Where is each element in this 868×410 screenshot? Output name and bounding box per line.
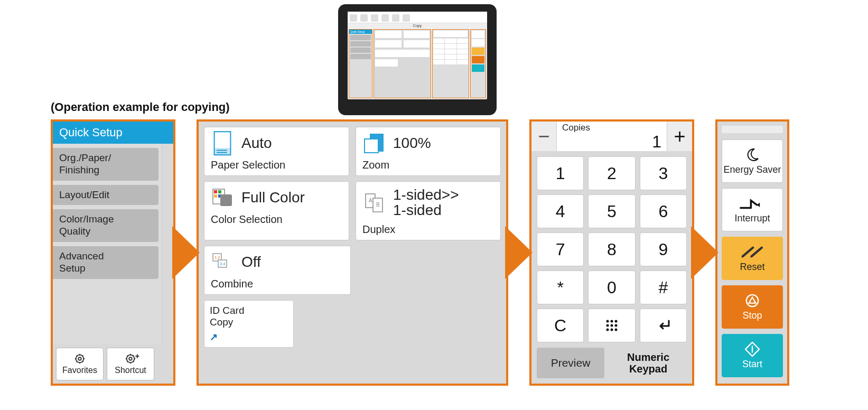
- energy-saver-button[interactable]: Energy Saver: [722, 139, 783, 183]
- svg-point-30: [614, 320, 617, 323]
- shortcut-label: Shortcut: [115, 366, 146, 375]
- caption: (Operation example for copying): [51, 100, 230, 114]
- start-label: Start: [742, 359, 762, 370]
- keypad-panel: − Copies 1 + 1 2 3 4 5 6 7 8 9 * 0 # C: [529, 119, 694, 386]
- key-enter-icon[interactable]: [640, 309, 687, 342]
- numeric-keypad: 1 2 3 4 5 6 7 8 9 * 0 # C: [531, 151, 692, 348]
- svg-text:A: A: [369, 198, 372, 203]
- gear-plus-icon: +: [125, 353, 136, 365]
- tile-zoom[interactable]: 100% Zoom: [356, 127, 501, 176]
- key-5[interactable]: 5: [588, 194, 635, 228]
- link-arrow-icon: ↗: [210, 331, 288, 343]
- duplex-icon: AB: [362, 192, 386, 213]
- tile-color-selection[interactable]: Full Color Color Selection: [204, 181, 349, 240]
- sidebar-panel: Quick Setup Org./Paper/ Finishing Layout…: [51, 119, 175, 386]
- svg-point-34: [606, 329, 609, 331]
- key-star[interactable]: *: [537, 271, 584, 304]
- combine-icon: 1234: [211, 251, 234, 273]
- tile-combine[interactable]: 1234 Off Combine: [204, 246, 351, 295]
- svg-rect-14: [214, 194, 217, 198]
- energy-saver-label: Energy Saver: [723, 164, 781, 175]
- reset-button[interactable]: Reset: [722, 237, 783, 280]
- interrupt-button[interactable]: Interrupt: [722, 188, 783, 231]
- sidebar-right-sliver: [162, 144, 173, 344]
- svg-point-32: [610, 324, 613, 327]
- favorites-label: Favorites: [62, 366, 97, 375]
- svg-rect-12: [214, 190, 217, 193]
- tablet-title: Copy: [348, 23, 487, 28]
- tile-duplex[interactable]: AB 1-sided>> 1-sided Duplex: [356, 181, 501, 240]
- key-8[interactable]: 8: [588, 232, 635, 266]
- key-3[interactable]: 3: [640, 156, 687, 190]
- combine-value: Off: [241, 254, 261, 269]
- arrow-separator-2: [505, 119, 533, 386]
- svg-marker-41: [749, 297, 755, 303]
- arrow-separator-1: [172, 119, 200, 386]
- paper-value: Auto: [241, 135, 272, 151]
- svg-text:3: 3: [220, 262, 222, 266]
- key-9[interactable]: 9: [640, 232, 687, 266]
- idcard-label: ID Card Copy: [210, 305, 288, 328]
- duplex-value: 1-sided>> 1-sided: [393, 187, 459, 218]
- moon-icon: [745, 147, 760, 162]
- svg-point-1: [78, 357, 81, 360]
- stop-label: Stop: [742, 310, 762, 321]
- zoom-icon: [362, 133, 386, 154]
- preview-button[interactable]: Preview: [537, 348, 604, 378]
- svg-point-3: [129, 357, 132, 360]
- key-4[interactable]: 4: [537, 194, 584, 228]
- zoom-value: 100%: [393, 135, 431, 151]
- zoom-label: Zoom: [362, 159, 494, 171]
- key-0[interactable]: 0: [588, 271, 635, 304]
- svg-rect-16: [220, 194, 232, 206]
- sidebar-tab-layout-edit[interactable]: Layout/Edit: [53, 185, 158, 206]
- stop-icon: [745, 293, 760, 308]
- panel-top-sliver: [722, 126, 783, 133]
- key-grid-icon[interactable]: [588, 309, 635, 342]
- start-icon: [745, 342, 760, 357]
- copies-display: Copies 1: [557, 122, 667, 151]
- shortcut-button[interactable]: + Shortcut: [107, 348, 154, 380]
- svg-point-35: [610, 329, 613, 331]
- copies-label: Copies: [562, 123, 661, 133]
- start-button[interactable]: Start: [722, 334, 783, 377]
- svg-text:4: 4: [223, 262, 226, 266]
- key-clear[interactable]: C: [537, 309, 584, 342]
- key-2[interactable]: 2: [588, 156, 635, 190]
- color-value: Full Color: [241, 190, 305, 205]
- tile-paper-selection[interactable]: Auto Paper Selection: [204, 127, 349, 176]
- plus-icon: +: [135, 352, 139, 360]
- sidebar-tab-advanced[interactable]: Advanced Setup: [53, 246, 158, 279]
- svg-marker-37: [691, 226, 718, 279]
- svg-point-28: [606, 320, 609, 323]
- svg-point-29: [610, 320, 613, 323]
- combine-label: Combine: [211, 278, 344, 290]
- favorites-button[interactable]: Favorites: [56, 348, 104, 380]
- paper-label: Paper Selection: [211, 159, 342, 171]
- key-7[interactable]: 7: [537, 232, 584, 266]
- tile-idcard-copy[interactable]: ID Card Copy ↗: [204, 300, 294, 348]
- panels-row: Quick Setup Org./Paper/ Finishing Layout…: [51, 119, 789, 386]
- color-label: Color Selection: [211, 213, 342, 226]
- svg-marker-27: [505, 226, 533, 279]
- key-hash[interactable]: #: [640, 271, 687, 304]
- interrupt-label: Interrupt: [734, 213, 770, 224]
- quick-setup-header[interactable]: Quick Setup: [53, 122, 173, 144]
- sidebar-tab-org-paper[interactable]: Org./Paper/ Finishing: [53, 148, 158, 181]
- duplex-label: Duplex: [362, 223, 494, 236]
- tablet-screen: Copy Quick Setup: [348, 12, 487, 99]
- numeric-keypad-label: Numeric Keypad: [610, 348, 687, 378]
- sidebar-tab-color-image[interactable]: Color/Image Quality: [53, 209, 158, 242]
- key-1[interactable]: 1: [537, 156, 584, 190]
- tablet-thumbnail: Copy Quick Setup: [338, 4, 497, 115]
- reset-label: Reset: [740, 262, 764, 273]
- copies-plus-button[interactable]: +: [667, 122, 692, 151]
- svg-text:2: 2: [218, 255, 220, 260]
- svg-point-33: [614, 324, 617, 327]
- svg-text:1: 1: [214, 255, 217, 260]
- stop-button[interactable]: Stop: [722, 285, 783, 329]
- copies-minus-button[interactable]: −: [531, 122, 557, 151]
- reset-icon: [740, 245, 765, 259]
- svg-point-36: [614, 329, 617, 331]
- key-6[interactable]: 6: [640, 194, 687, 228]
